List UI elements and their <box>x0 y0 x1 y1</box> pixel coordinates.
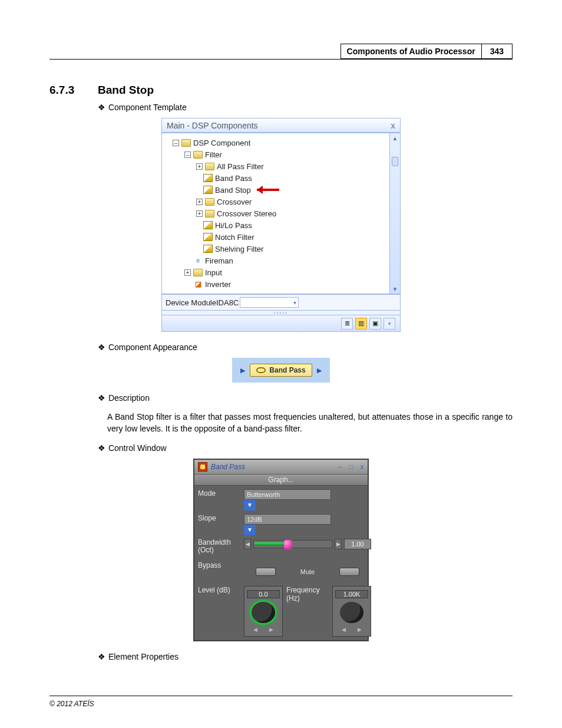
knob-row: 0.0 ◀▶ Frequency (Hz) 1.00K ◀▶ <box>244 586 371 637</box>
slope-value-cell: ▼ <box>244 514 371 535</box>
frequency-knob[interactable] <box>340 602 363 623</box>
tree-label: Input <box>205 268 222 277</box>
expand-toggle[interactable]: – <box>173 140 179 146</box>
tree-label: Crossover Stereo <box>217 209 276 218</box>
level-value: 0.0 <box>247 590 280 598</box>
tree-label: Band Stop <box>215 186 251 195</box>
mute-label: Mute <box>288 564 326 580</box>
dropdown-icon[interactable]: ▼ <box>244 525 256 535</box>
scrollbar[interactable]: ▲ ▼ <box>389 133 400 294</box>
footer-copyright: © 2012 ATEÏS <box>49 700 94 708</box>
bypass-label: Bypass <box>198 561 240 582</box>
maximize-icon[interactable]: □ <box>349 463 353 471</box>
tree-item-hilo[interactable]: Hi/Lo Pass <box>164 219 387 231</box>
device-module-dropdown[interactable] <box>240 297 299 308</box>
section-heading: 6.7.3 Band Stop <box>49 84 513 97</box>
output-port-icon[interactable]: ▶ <box>317 367 322 374</box>
tree-label: Fireman <box>205 256 233 265</box>
scroll-thumb[interactable] <box>392 157 398 166</box>
scroll-up-icon[interactable]: ▲ <box>390 133 400 143</box>
frequency-value: 1.00K <box>335 590 368 598</box>
dropdown-icon[interactable]: ▼ <box>244 500 256 510</box>
level-label: Level (dB) <box>198 586 240 637</box>
tree-item-input[interactable]: + Input <box>164 266 387 278</box>
tree-item-notch[interactable]: Notch Filter <box>164 231 387 243</box>
tree-item-bandstop[interactable]: Band Stop <box>164 184 387 196</box>
filter-icon <box>203 245 213 253</box>
folder-icon <box>205 162 214 170</box>
toolbar-menu-button[interactable]: ▾ <box>384 318 395 330</box>
expand-toggle[interactable]: – <box>184 151 191 158</box>
bandwidth-cell: ◀ ▶ 1.00 <box>244 539 371 558</box>
control-title: Band Pass <box>211 463 245 471</box>
device-module-label: Device Module <box>166 298 216 307</box>
frequency-knob-cell: 1.00K ◀▶ <box>332 586 371 637</box>
component-tree[interactable]: – DSP Component – Filter + All Pass Filt… <box>162 133 389 294</box>
expand-toggle[interactable]: + <box>196 210 203 217</box>
tree-label: Crossover <box>217 197 252 206</box>
filter-icon <box>203 233 213 241</box>
mode-value-cell: ▼ <box>244 489 371 510</box>
tree-item-crossover-stereo[interactable]: + Crossover Stereo <box>164 207 387 219</box>
dsp-components-window: Main - DSP Components x – DSP Component … <box>161 118 401 332</box>
bullet-label: Control Window <box>108 443 167 453</box>
inverter-icon: ◪ <box>193 280 203 288</box>
slope-select[interactable] <box>244 514 331 525</box>
tree-item-root[interactable]: – DSP Component <box>164 137 387 149</box>
graph-button[interactable]: Graph... <box>194 474 368 486</box>
tree-item-filter[interactable]: – Filter <box>164 149 387 160</box>
component-label: Band Pass <box>269 366 305 374</box>
tree-item-shelving[interactable]: Shelving Filter <box>164 243 387 255</box>
tree-item-allpass[interactable]: + All Pass Filter <box>164 160 387 172</box>
close-icon[interactable]: x <box>391 121 395 130</box>
tree-label: Band Pass <box>215 174 252 183</box>
bullet-icon: ❖ <box>98 103 106 112</box>
toolbar-list-button[interactable]: ≣ <box>341 318 353 330</box>
mode-label: Mode <box>198 489 240 510</box>
toolbar-play-button[interactable]: ▣ <box>369 318 381 330</box>
mode-select[interactable] <box>244 489 331 500</box>
bandwidth-slider[interactable] <box>253 540 332 548</box>
frequency-inc-dec[interactable]: ◀▶ <box>342 627 362 633</box>
expand-toggle[interactable]: + <box>184 269 191 276</box>
scroll-down-icon[interactable]: ▼ <box>390 284 400 294</box>
level-inc-dec[interactable]: ◀▶ <box>253 627 273 633</box>
toolbar-columns-button[interactable]: ▥ <box>355 318 367 330</box>
footer-rule <box>49 696 513 696</box>
expand-toggle[interactable]: + <box>196 163 203 170</box>
device-module-bar: Device Module IDA8C <box>162 294 400 310</box>
decrement-button[interactable]: ◀ <box>244 539 251 549</box>
device-module-value: IDA8C <box>216 298 239 307</box>
tree-item-crossover[interactable]: + Crossover <box>164 196 387 207</box>
resize-gripper[interactable]: ▪▪▪▪▪ <box>162 310 400 315</box>
folder-icon <box>193 150 203 159</box>
tree-item-bandpass[interactable]: Band Pass <box>164 172 387 184</box>
bullet-description: ❖ Description <box>98 393 513 403</box>
minimize-icon[interactable]: – <box>338 463 342 471</box>
increment-button[interactable]: ▶ <box>335 539 342 549</box>
mute-toggle[interactable] <box>339 568 359 576</box>
header-page-number: 343 <box>481 44 513 59</box>
filter-icon <box>203 174 213 182</box>
bypass-toggle[interactable] <box>256 568 276 576</box>
level-knob[interactable] <box>252 602 275 623</box>
window-toolbar: ≣ ▥ ▣ ▾ <box>162 315 400 331</box>
bypass-mute-row: Mute <box>244 561 371 582</box>
window-titlebar[interactable]: Main - DSP Components x <box>162 118 400 133</box>
bullet-element-properties: ❖ Element Properties <box>98 652 513 661</box>
slider-knob[interactable] <box>284 540 292 549</box>
expand-toggle[interactable]: + <box>196 199 203 205</box>
folder-icon <box>181 139 191 147</box>
bandpass-icon <box>256 367 266 373</box>
control-titlebar[interactable]: Band Pass – □ x <box>194 460 368 474</box>
bullet-icon: ❖ <box>98 652 106 661</box>
tree-item-fireman[interactable]: ≡ Fireman <box>164 255 387 266</box>
input-port-icon[interactable]: ▶ <box>240 367 245 374</box>
filter-icon <box>203 221 213 229</box>
tree-item-inverter[interactable]: ◪ Inverter <box>164 278 387 290</box>
component-badge[interactable]: Band Pass <box>250 364 312 377</box>
component-block[interactable]: ▶ Band Pass ▶ <box>232 358 329 383</box>
bullet-label: Element Properties <box>108 652 178 661</box>
close-icon[interactable]: x <box>360 463 364 471</box>
tree-label: Inverter <box>205 280 231 289</box>
